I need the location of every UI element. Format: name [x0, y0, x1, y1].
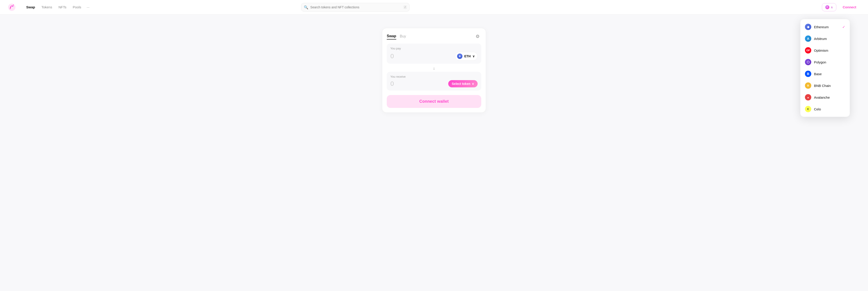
- swap-direction-button[interactable]: ↓: [387, 65, 481, 72]
- receive-amount: 0: [391, 80, 394, 87]
- select-token-chevron-icon: ∨: [472, 82, 474, 85]
- receive-label: You receive: [391, 75, 477, 78]
- network-item-ethereum[interactable]: ◆ Ethereum ✓: [800, 21, 850, 33]
- swap-tabs: Swap Buy ⚙: [387, 33, 481, 40]
- nav-nfts[interactable]: NFTs: [56, 4, 69, 10]
- search-input[interactable]: [301, 3, 410, 11]
- tab-swap[interactable]: Swap: [387, 33, 396, 39]
- network-item-base[interactable]: B Base: [800, 68, 850, 80]
- eth-icon: [457, 53, 463, 59]
- ethereum-icon: ◆: [805, 24, 811, 30]
- pay-label: You pay: [391, 47, 477, 50]
- receive-row: 0 Select token ∨: [391, 80, 477, 87]
- eth-token-selector[interactable]: ETH ∨: [455, 52, 477, 61]
- arrow-down-icon: ↓: [433, 66, 435, 71]
- avalanche-icon: ▲: [805, 94, 811, 101]
- settings-button[interactable]: ⚙: [474, 33, 481, 40]
- logo[interactable]: [7, 3, 16, 12]
- search-shortcut: /: [403, 5, 407, 9]
- network-item-celo[interactable]: C Celo: [800, 103, 850, 115]
- pay-input-box: You pay 0 ETH ∨: [387, 44, 481, 64]
- nav-tokens[interactable]: Tokens: [39, 4, 55, 10]
- network-chevron: ∧: [831, 5, 833, 9]
- search-bar: 🔍 /: [301, 3, 410, 11]
- select-token-label: Select token: [452, 82, 470, 85]
- svg-point-0: [8, 3, 16, 11]
- connect-wallet-button[interactable]: Connect wallet: [387, 95, 481, 108]
- connect-button[interactable]: Connect: [838, 3, 861, 11]
- select-token-button[interactable]: Select token ∨: [448, 80, 477, 87]
- receive-input-box: You receive 0 Select token ∨: [387, 72, 481, 90]
- pay-amount: 0: [391, 52, 394, 60]
- polygon-label: Polygon: [814, 60, 826, 64]
- base-label: Base: [814, 72, 822, 76]
- celo-icon: C: [805, 106, 811, 112]
- svg-point-1: [10, 7, 11, 8]
- network-dropdown: ◆ Ethereum ✓ A Arbitrum OP Optimism ⬡ Po…: [800, 19, 850, 117]
- network-item-optimism[interactable]: OP Optimism: [800, 44, 850, 56]
- network-item-avalanche[interactable]: ▲ Avalanche: [800, 92, 850, 103]
- arbitrum-icon: A: [805, 35, 811, 42]
- ethereum-check: ✓: [842, 25, 845, 29]
- swap-card: Swap Buy ⚙ You pay 0 ETH ∨: [382, 28, 486, 113]
- nav-pools[interactable]: Pools: [70, 4, 84, 10]
- arbitrum-label: Arbitrum: [814, 37, 827, 41]
- tab-buy[interactable]: Buy: [400, 33, 406, 39]
- mic-icon: 🎙: [825, 5, 829, 9]
- eth-chevron-icon: ∨: [472, 54, 475, 58]
- main: Swap Buy ⚙ You pay 0 ETH ∨: [0, 14, 868, 291]
- nav-swap[interactable]: Swap: [24, 4, 38, 10]
- bnb-label: BNB Chain: [814, 84, 831, 87]
- polygon-icon: ⬡: [805, 59, 811, 65]
- nav-more[interactable]: ···: [85, 4, 91, 10]
- pay-token-label: ETH: [464, 54, 471, 58]
- navbar: Swap Tokens NFTs Pools ··· 🔍 / 🎙 ∧ Conne…: [0, 0, 868, 14]
- nav-links: Swap Tokens NFTs Pools ···: [24, 4, 91, 10]
- search-icon: 🔍: [304, 5, 308, 9]
- network-item-arbitrum[interactable]: A Arbitrum: [800, 33, 850, 44]
- avalanche-label: Avalanche: [814, 96, 830, 99]
- optimism-icon: OP: [805, 47, 811, 53]
- network-item-bnb[interactable]: B BNB Chain: [800, 80, 850, 92]
- network-item-polygon[interactable]: ⬡ Polygon: [800, 56, 850, 68]
- optimism-label: Optimism: [814, 48, 828, 52]
- ethereum-label: Ethereum: [814, 25, 829, 29]
- bnb-icon: B: [805, 82, 811, 89]
- svg-point-2: [13, 6, 13, 7]
- base-icon: B: [805, 71, 811, 77]
- celo-label: Celo: [814, 107, 821, 111]
- pay-row: 0 ETH ∨: [391, 52, 477, 61]
- nav-right: 🎙 ∧ Connect: [822, 3, 861, 11]
- network-button[interactable]: 🎙 ∧: [822, 3, 836, 11]
